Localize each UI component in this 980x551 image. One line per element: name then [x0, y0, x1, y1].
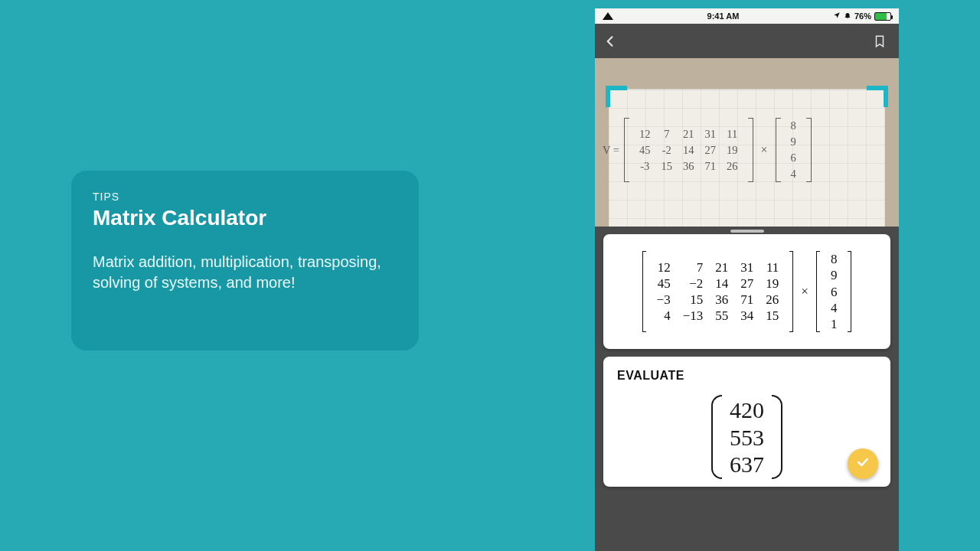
confirm-button[interactable] [848, 448, 878, 479]
vector-b: 8 9 6 4 1 [825, 251, 844, 332]
equation-lhs: V = [603, 144, 619, 157]
result-sheet[interactable]: 127213111 45−2142719 −315367126 4−135534… [595, 227, 899, 551]
bookmark-button[interactable] [873, 34, 887, 49]
evaluate-card[interactable]: EVALUATE 420 553 637 [603, 357, 890, 487]
recognized-expression-card[interactable]: 127213111 45−2142719 −315367126 4−135534… [603, 234, 890, 349]
promo-card: TIPS Matrix Calculator Matrix addition, … [71, 171, 419, 350]
battery-percent: 76% [854, 11, 871, 21]
battery-icon [874, 12, 891, 21]
matrix-a: 127213111 45−2142719 −315367126 4−135534… [651, 259, 786, 324]
handwritten-vector-b: 8 9 6 4 [786, 118, 802, 182]
alarm-icon [844, 11, 851, 21]
promo-description: Matrix addition, multiplication, transpo… [93, 252, 397, 293]
camera-preview: V = 127213111 45-2142719 -315367126 × 8 … [595, 58, 899, 227]
crop-corner-top-left[interactable] [606, 86, 627, 107]
promo-title: Matrix Calculator [93, 206, 397, 230]
crop-corner-top-right[interactable] [867, 86, 888, 107]
evaluate-result: 420 553 637 [617, 395, 877, 479]
nav-bar [595, 24, 899, 58]
phone-frame: 9:41 AM 76% V = 127213111 4 [595, 8, 899, 551]
handwritten-matrix-a: 127213111 45-2142719 -315367126 [634, 126, 743, 174]
check-icon [855, 455, 871, 473]
recognized-expression: 127213111 45−2142719 −315367126 4−135534… [642, 251, 852, 332]
back-button[interactable] [603, 34, 618, 49]
status-time: 9:41 AM [707, 11, 740, 21]
handwritten-equation: V = 127213111 45-2142719 -315367126 × 8 … [603, 118, 891, 182]
times-icon: × [758, 143, 771, 157]
status-bar: 9:41 AM 76% [595, 8, 899, 24]
promo-eyebrow: TIPS [93, 191, 397, 203]
sheet-grabber[interactable] [730, 230, 764, 233]
times-icon: × [798, 284, 812, 299]
evaluate-label: EVALUATE [617, 369, 877, 383]
wifi-icon [603, 12, 613, 20]
location-icon [833, 11, 841, 21]
